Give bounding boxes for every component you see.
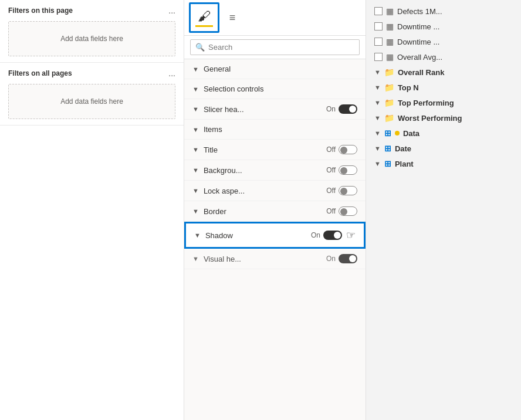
format-paintbrush-icon: 🖌 (198, 9, 211, 24)
filters-all-pages-dropzone[interactable]: Add data fields here (8, 84, 175, 119)
property-items-label: Items (204, 125, 357, 134)
lock-aspect-toggle[interactable] (339, 186, 357, 195)
property-shadow-highlighted[interactable]: ▼ Shadow On ☞ (184, 222, 366, 249)
border-toggle-label: Off (326, 207, 336, 215)
chevron-icon: ▼ (192, 126, 199, 133)
property-lock-aspect[interactable]: ▼ Lock aspe... Off (184, 181, 366, 201)
section-top-n[interactable]: ▼ 📁 Top N (372, 80, 515, 95)
chevron-icon: ▼ (194, 232, 201, 239)
lock-aspect-toggle-label: Off (326, 187, 336, 195)
title-toggle[interactable] (339, 145, 357, 154)
field-overall-avg[interactable]: ▦ Overall Avg... (372, 49, 515, 65)
property-selection-controls[interactable]: ▼ Selection controls (184, 79, 366, 99)
chevron-icon: ▼ (192, 146, 199, 153)
border-toggle[interactable] (339, 206, 357, 216)
toggle-knob (340, 208, 347, 215)
section-name: Top N (398, 83, 419, 92)
section-top-performing[interactable]: ▼ 📁 Top Performing (372, 95, 515, 110)
field-name: Overall Avg... (397, 53, 442, 62)
filters-this-page-title: Filters on this page (8, 6, 73, 15)
chevron-icon: ▼ (374, 69, 381, 76)
table-icon: ⊞ (384, 144, 391, 153)
filters-this-page-header: Filters on this page ... (8, 6, 175, 15)
title-toggle-container: Off (326, 145, 357, 154)
property-background[interactable]: ▼ Backgrou... Off (184, 160, 366, 181)
chevron-icon: ▼ (374, 99, 381, 106)
chevron-icon: ▼ (192, 106, 199, 113)
folder-icon: 📁 (384, 67, 394, 77)
field-list-icon: ≡ (229, 12, 236, 24)
calc-icon: ▦ (386, 52, 394, 62)
property-background-label: Backgrou... (204, 166, 326, 175)
field-checkbox[interactable] (374, 38, 383, 46)
field-name: Downtime ... (397, 22, 439, 31)
field-checkbox[interactable] (374, 22, 383, 31)
shadow-toggle[interactable] (323, 231, 342, 240)
chevron-icon: ▼ (192, 208, 199, 215)
search-icon: 🔍 (195, 43, 205, 52)
filters-all-pages-title: Filters on all pages (8, 69, 72, 77)
right-panel: ▦ Defects 1M... ▦ Downtime ... ▦ Downtim… (366, 0, 521, 420)
field-list-button[interactable]: ≡ (222, 7, 243, 28)
shadow-toggle-container: On ☞ (311, 229, 356, 242)
property-items[interactable]: ▼ Items (184, 120, 366, 140)
field-name: Downtime ... (397, 38, 439, 46)
background-toggle-label: Off (326, 166, 336, 174)
background-toggle-container: Off (326, 165, 357, 175)
section-name: Data (403, 129, 419, 138)
background-toggle[interactable] (339, 165, 357, 175)
section-date[interactable]: ▼ ⊞ Date (372, 141, 515, 156)
section-name: Overall Rank (398, 68, 445, 77)
slicer-header-toggle[interactable] (339, 104, 357, 114)
property-general[interactable]: ▼ General (184, 59, 366, 79)
field-defects[interactable]: ▦ Defects 1M... (372, 4, 515, 19)
section-plant[interactable]: ▼ ⊞ Plant (372, 156, 515, 171)
property-visual-header-label: Visual he... (204, 255, 326, 263)
chevron-icon: ▼ (374, 84, 381, 91)
visual-header-toggle[interactable] (339, 254, 357, 263)
filters-this-page-dropzone[interactable]: Add data fields here (8, 21, 175, 56)
slicer-header-toggle-label: On (326, 105, 336, 113)
folder-icon: 📁 (384, 98, 394, 107)
property-border[interactable]: ▼ Border Off (184, 201, 366, 222)
property-title[interactable]: ▼ Title Off (184, 140, 366, 160)
chevron-icon: ▼ (192, 167, 199, 174)
cursor-hand-icon: ☞ (346, 229, 356, 242)
table-icon: ⊞ (384, 128, 391, 138)
filters-this-page-menu[interactable]: ... (168, 6, 175, 15)
format-button[interactable]: 🖌 (189, 2, 219, 33)
field-checkbox[interactable] (374, 53, 383, 61)
table-icon: ⊞ (384, 159, 391, 168)
field-checkbox[interactable] (374, 7, 383, 15)
property-selection-controls-label: Selection controls (204, 84, 357, 93)
toggle-knob (349, 106, 356, 113)
chevron-icon: ▼ (374, 160, 381, 167)
section-name: Worst Performing (398, 114, 462, 123)
middle-panel: 🖌 ≡ 🔍 ▼ General ▼ Selection controls ▼ S… (184, 0, 366, 420)
field-downtime-1[interactable]: ▦ Downtime ... (372, 19, 515, 34)
section-worst-performing[interactable]: ▼ 📁 Worst Performing (372, 110, 515, 126)
property-slicer-header[interactable]: ▼ Slicer hea... On (184, 99, 366, 120)
left-panel: Filters on this page ... Add data fields… (0, 0, 184, 420)
filters-all-pages-menu[interactable]: ... (168, 69, 175, 78)
filters-all-pages-header: Filters on all pages ... (8, 69, 175, 78)
folder-icon: 📁 (384, 83, 394, 92)
section-data[interactable]: ▼ ⊞ Data (372, 126, 515, 141)
property-shadow-label: Shadow (205, 231, 311, 240)
chevron-icon: ▼ (374, 130, 381, 137)
field-downtime-2[interactable]: ▦ Downtime ... (372, 34, 515, 49)
property-slicer-header-label: Slicer hea... (204, 105, 326, 114)
section-name: Plant (395, 160, 414, 168)
toggle-knob (340, 188, 347, 195)
toggle-knob (340, 167, 347, 174)
chevron-icon: ▼ (192, 66, 199, 73)
search-input[interactable] (208, 43, 354, 52)
section-overall-rank[interactable]: ▼ 📁 Overall Rank (372, 65, 515, 80)
toolbar-row: 🖌 ≡ (184, 0, 366, 36)
field-name: Defects 1M... (397, 7, 442, 16)
search-row: 🔍 (184, 36, 366, 59)
format-underline (195, 25, 213, 27)
shadow-toggle-label: On (311, 231, 320, 239)
calc-icon: ▦ (386, 6, 394, 16)
property-visual-header[interactable]: ▼ Visual he... On (184, 249, 366, 269)
